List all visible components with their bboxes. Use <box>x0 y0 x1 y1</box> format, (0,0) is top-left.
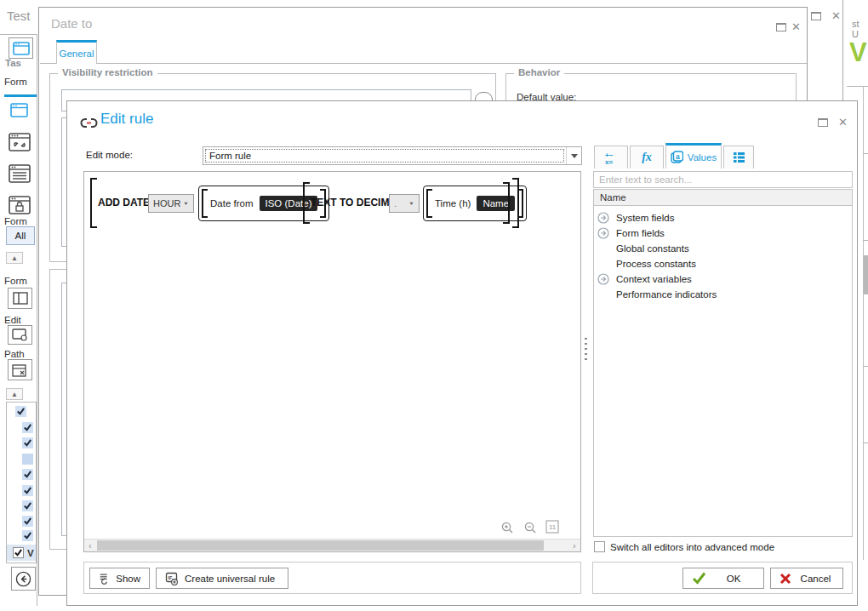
separator-select[interactable]: .▼ <box>389 194 420 213</box>
scroll-left-arrow[interactable]: ‹ <box>84 540 96 551</box>
all-filter-button[interactable]: All <box>6 226 35 245</box>
svg-text:a: a <box>676 152 680 161</box>
sidebar-checkbox[interactable] <box>22 422 33 433</box>
advanced-mode-label: Switch all editors into advanced mode <box>610 542 774 552</box>
variables-icon: +−x= <box>604 151 619 164</box>
universal-rule-icon: IF <box>165 572 179 585</box>
window-expand-icon[interactable] <box>9 133 31 153</box>
tree-item-system-fields[interactable]: System fields <box>594 210 852 226</box>
footer-right: OK Cancel <box>592 562 853 594</box>
sidebar-path-label: Path <box>4 349 25 359</box>
tree-item-global-constants[interactable]: Global constants <box>594 241 852 256</box>
list-icon <box>733 151 745 163</box>
back-arrow-icon <box>15 571 31 587</box>
studio-window-title: Test <box>7 9 31 23</box>
visible-checkbox[interactable] <box>13 547 24 558</box>
tree-item-form-fields[interactable]: Form fields <box>594 226 852 241</box>
tree-item-context-variables[interactable]: Context variables <box>594 271 852 287</box>
scroll-right-arrow[interactable]: › <box>568 540 580 551</box>
show-button[interactable]: Show <box>89 568 150 589</box>
edit-rule-close-button[interactable]: ✕ <box>838 117 848 128</box>
tab-general[interactable]: General <box>56 40 97 64</box>
tree-item-process-constants[interactable]: Process constants <box>594 256 852 271</box>
chevron-down-icon: ▼ <box>408 201 414 206</box>
back-button[interactable] <box>11 567 36 591</box>
time-widget[interactable]: Time (h) Name <box>423 186 527 221</box>
search-input[interactable] <box>593 171 853 188</box>
sidebar-right-border <box>37 34 37 606</box>
collapse-up-button[interactable]: ▲ <box>6 252 23 264</box>
display-icon <box>12 328 28 341</box>
studio-title-fragment: st U <box>852 19 868 39</box>
expand-icon[interactable] <box>597 212 609 224</box>
sidebar-checkbox[interactable] <box>22 530 33 541</box>
cancel-button[interactable]: Cancel <box>770 568 843 589</box>
rule-editor-canvas[interactable]: ADD DATE HOUR▼ Date from ISO (Date) TEXT… <box>83 171 581 552</box>
columns-button[interactable] <box>8 288 32 309</box>
ok-button[interactable]: OK <box>682 568 764 589</box>
editor-hscrollbar[interactable]: ‹ › <box>84 539 580 551</box>
sidebar-checkbox[interactable] <box>22 469 33 480</box>
form-tab-icon[interactable] <box>10 103 28 119</box>
sidebar-top-border <box>0 34 37 35</box>
tab-functions[interactable]: fx <box>630 146 664 168</box>
fx-icon: fx <box>642 151 652 164</box>
sidebar-checkbox[interactable] <box>15 406 26 417</box>
selected-tab-indicator <box>4 94 37 97</box>
edit-mode-dropdown[interactable]: Form rule <box>203 146 582 165</box>
tab-values[interactable]: a Values <box>665 143 722 168</box>
sidebar-checkbox[interactable] <box>22 437 33 448</box>
scroll-thumb[interactable] <box>97 540 544 551</box>
sidebar-checkbox[interactable] <box>22 500 33 511</box>
add-date-unit-select[interactable]: HOUR▼ <box>148 194 194 213</box>
zoom-reset-icon[interactable]: 11 <box>545 520 559 535</box>
logo-letter: V <box>849 37 867 68</box>
tree-item-performance-indicators[interactable]: Performance indicators <box>594 287 852 302</box>
advanced-mode-checkbox[interactable] <box>594 541 605 552</box>
sidebar-form-label: Form <box>4 77 27 87</box>
sidebar-group-label: Tas <box>5 58 21 68</box>
zoom-in-icon[interactable] <box>500 521 514 536</box>
toolbar-window-button[interactable] <box>9 37 33 59</box>
sidebar-form2-label: Form <box>4 276 27 286</box>
panel-splitter[interactable] <box>585 338 587 363</box>
tab-list[interactable] <box>723 146 754 168</box>
grid-tick <box>863 366 868 367</box>
right-grid-border <box>863 86 864 560</box>
create-universal-rule-button[interactable]: IF Create universal rule <box>156 568 288 589</box>
tree-header: Name <box>593 189 853 206</box>
add-date-function: ADD DATE <box>98 196 150 209</box>
svg-text:x=: x= <box>605 157 613 164</box>
columns-icon <box>13 292 28 305</box>
window-list-icon[interactable] <box>9 164 31 185</box>
sidebar-checkbox-unchecked[interactable] <box>22 454 33 465</box>
tabstrip-border <box>40 63 807 64</box>
expand-icon[interactable] <box>597 273 609 285</box>
zoom-out-icon[interactable] <box>523 521 537 536</box>
calendar-x-icon <box>12 363 28 377</box>
right-scrollbar-thumb[interactable] <box>864 255 868 294</box>
path-button[interactable] <box>8 359 32 380</box>
values-tree: System fields Form fields Global constan… <box>593 206 853 537</box>
svg-text:11: 11 <box>549 523 557 531</box>
svg-text:IF: IF <box>168 574 174 580</box>
edit-view-button[interactable] <box>8 325 32 345</box>
footer-left: Show IF Create universal rule <box>83 562 581 594</box>
collapse-up-button-2[interactable]: ▲ <box>6 388 23 400</box>
inner-close-bracket <box>503 182 510 224</box>
show-icon <box>99 572 110 585</box>
back-maximize-button[interactable] <box>811 12 821 20</box>
window-lock-icon[interactable] <box>9 196 31 216</box>
tab-variables[interactable]: +−x= <box>594 146 628 168</box>
chevron-down-icon[interactable] <box>566 147 581 164</box>
outer-open-bracket <box>90 178 97 228</box>
back-close-button[interactable]: ✕ <box>831 10 841 21</box>
ok-check-icon <box>692 572 706 585</box>
edit-rule-maximize-button[interactable] <box>818 118 828 127</box>
sidebar-checkbox[interactable] <box>22 485 33 496</box>
expand-icon[interactable] <box>597 227 609 239</box>
edit-mode-label: Edit mode: <box>86 150 133 160</box>
sidebar-checkbox[interactable] <box>22 516 33 527</box>
date-to-close-button[interactable]: ✕ <box>791 21 801 32</box>
date-to-maximize-button[interactable] <box>776 23 786 31</box>
